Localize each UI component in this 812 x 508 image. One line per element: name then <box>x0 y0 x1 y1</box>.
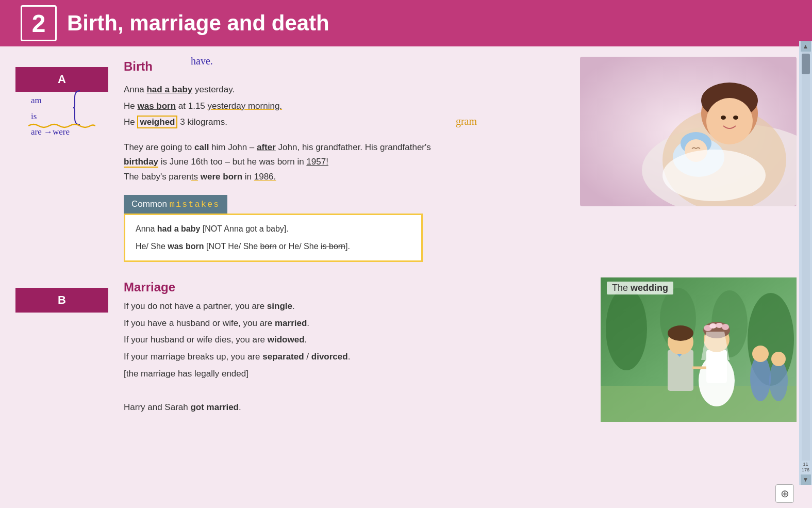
section-b-title: Marriage <box>124 280 175 294</box>
wedding-image-container: The wedding <box>601 277 797 424</box>
svg-point-8 <box>733 116 738 120</box>
scrollbar: ▲ 11 176 ▼ <box>799 41 812 485</box>
mistakes-keyword: mistakes <box>170 200 220 209</box>
section-b-row: B Marriage If you do not have a partner,… <box>15 277 797 424</box>
marriage-line-6: Harry and Sarah got married. <box>124 400 590 416</box>
section-b-left: B <box>15 277 124 424</box>
section-divider <box>15 272 797 277</box>
mistakes-header: Common mistakes <box>124 195 227 214</box>
scroll-thumb[interactable] <box>802 54 810 74</box>
birth-paragraph-2: They are going to call him John – after … <box>124 140 459 185</box>
birth-image <box>580 57 797 206</box>
section-a-text: Birth have. Anna had a baby yesterday. H… <box>124 57 570 262</box>
section-a-left: A am is are →were <box>15 57 124 262</box>
scroll-down-arrow[interactable]: ▼ <box>801 474 811 485</box>
section-a-row: A am is are →were <box>15 57 797 262</box>
marriage-line-3: If your husband or wife dies, you are wi… <box>124 332 590 348</box>
chapter-number: 2 <box>21 5 57 41</box>
handwriting-gram: gram <box>456 113 477 129</box>
birth-line-1: Anna had a baby yesterday. <box>124 83 570 96</box>
svg-rect-19 <box>668 350 693 391</box>
wedding-caption: The wedding <box>607 282 673 294</box>
wavy-annotation <box>28 123 95 129</box>
svg-point-34 <box>771 352 786 366</box>
marriage-content: If you do not have a partner, you are si… <box>124 299 590 415</box>
svg-point-14 <box>606 288 647 370</box>
mistakes-body: Anna had a baby [NOT Anna got a baby]. H… <box>124 214 423 262</box>
page-wrapper: 2 Birth, marriage and death A am is are … <box>0 0 812 508</box>
svg-point-32 <box>752 346 769 362</box>
marriage-line-4: If your marriage breaks up, you are sepa… <box>124 349 590 365</box>
scroll-track[interactable] <box>802 52 810 461</box>
birth-title-row: Birth have. <box>124 59 570 78</box>
brace-svg <box>72 90 88 126</box>
birth-image-container <box>580 57 797 262</box>
svg-point-28 <box>709 323 717 329</box>
handwriting-have: have. <box>191 55 213 67</box>
section-label-a: A <box>15 67 108 92</box>
section-label-b: B <box>15 288 108 313</box>
svg-point-6 <box>706 98 753 144</box>
svg-point-12 <box>662 150 766 201</box>
wedding-image <box>601 277 797 422</box>
handwriting-am-is: am is are →were <box>31 93 70 140</box>
page-indicator: 11 176 <box>801 461 810 474</box>
svg-point-7 <box>721 116 726 120</box>
zoom-button[interactable]: ⊕ <box>775 484 794 503</box>
mistake-2: He/ She was born [NOT He/ She born or He… <box>136 240 411 253</box>
scroll-up-arrow[interactable]: ▲ <box>801 41 811 52</box>
birth-line-3: He weighed 3 kilograms. gram <box>124 116 570 129</box>
mistake-1: Anna had a baby [NOT Anna got a baby]. <box>136 223 411 235</box>
common-mistakes-box: Common mistakes Anna had a baby [NOT Ann… <box>124 195 423 262</box>
section-a-title: Birth <box>124 59 153 74</box>
marriage-line-blank <box>124 383 590 399</box>
birth-line-2: He was born at 1.15 yesterday morning. <box>124 100 570 113</box>
section-b-text: Marriage If you do not have a partner, y… <box>124 277 590 424</box>
marriage-line-2: If you have a husband or wife, you are m… <box>124 316 590 332</box>
marriage-line-5: [the marriage has legally ended] <box>124 366 590 382</box>
svg-point-29 <box>716 323 723 328</box>
svg-point-21 <box>668 325 693 341</box>
svg-point-30 <box>722 324 729 330</box>
chapter-header: 2 Birth, marriage and death <box>0 0 812 46</box>
chapter-title: Birth, marriage and death <box>67 11 329 36</box>
marriage-line-1: If you do not have a partner, you are si… <box>124 299 590 315</box>
main-content: A am is are →were <box>0 46 812 508</box>
